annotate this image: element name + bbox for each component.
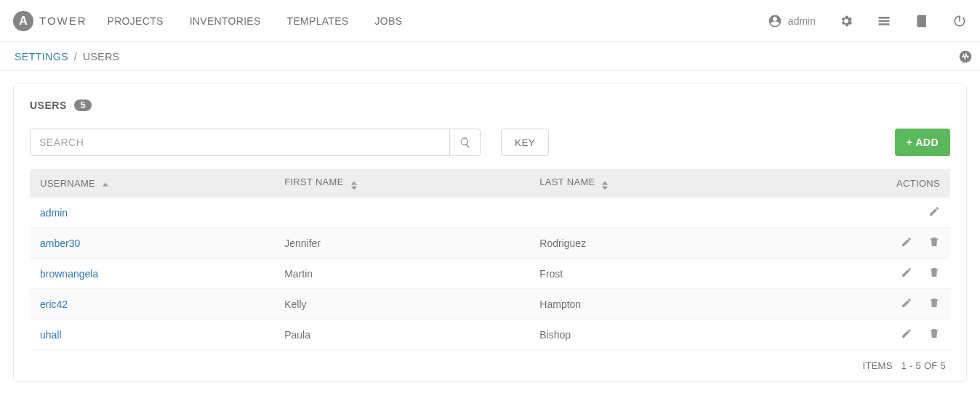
users-panel: USERS 5 KEY + ADD USERNAME FIRST NAME bbox=[13, 83, 967, 382]
col-actions: ACTIONS bbox=[774, 169, 950, 198]
search-icon bbox=[459, 137, 471, 148]
row-actions bbox=[784, 297, 940, 311]
users-table: USERNAME FIRST NAME LAST NAME bbox=[30, 169, 950, 350]
cell-first-name bbox=[274, 198, 529, 228]
search-button[interactable] bbox=[450, 129, 481, 156]
brand-name: TOWER bbox=[39, 15, 87, 27]
topbar-right: admin bbox=[768, 14, 967, 28]
username-link[interactable]: eric42 bbox=[40, 298, 68, 310]
table-row: brownangelaMartinFrost bbox=[30, 259, 950, 289]
nav-jobs[interactable]: JOBS bbox=[375, 15, 403, 27]
cell-last-name: Hampton bbox=[529, 289, 774, 320]
table-header-row: USERNAME FIRST NAME LAST NAME bbox=[30, 169, 950, 198]
col-last-name[interactable]: LAST NAME bbox=[529, 169, 774, 198]
cell-first-name: Jennifer bbox=[274, 228, 529, 259]
username-link[interactable]: admin bbox=[40, 207, 68, 219]
main-nav: PROJECTS INVENTORIES TEMPLATES JOBS bbox=[108, 15, 403, 27]
cell-last-name: Rodriguez bbox=[529, 228, 774, 259]
username-link[interactable]: amber30 bbox=[40, 237, 80, 249]
delete-button[interactable] bbox=[928, 328, 940, 341]
search-group bbox=[30, 129, 481, 156]
cell-first-name: Paula bbox=[274, 320, 529, 350]
book-icon bbox=[915, 14, 929, 28]
table-row: amber30JenniferRodriguez bbox=[30, 228, 950, 259]
edit-button[interactable] bbox=[901, 236, 912, 250]
logout-button[interactable] bbox=[952, 14, 967, 28]
nav-templates[interactable]: TEMPLATES bbox=[287, 15, 349, 27]
sort-asc-icon bbox=[103, 182, 108, 187]
edit-button[interactable] bbox=[928, 206, 940, 219]
table-row: eric42KellyHampton bbox=[30, 289, 950, 320]
delete-button[interactable] bbox=[928, 236, 940, 250]
username-link[interactable]: uhall bbox=[40, 329, 62, 341]
nav-inventories[interactable]: INVENTORIES bbox=[190, 15, 261, 27]
key-button[interactable]: KEY bbox=[501, 129, 549, 156]
brand-logo-icon: A bbox=[13, 11, 33, 31]
cell-last-name bbox=[529, 198, 774, 228]
settings-button[interactable] bbox=[839, 14, 854, 28]
activity-stream-button[interactable] bbox=[958, 49, 973, 64]
edit-button[interactable] bbox=[901, 297, 912, 311]
panel-count-badge: 5 bbox=[74, 99, 92, 111]
username-link[interactable]: brownangela bbox=[40, 268, 98, 280]
edit-button[interactable] bbox=[901, 267, 912, 280]
col-username[interactable]: USERNAME bbox=[30, 169, 274, 198]
sort-icon bbox=[602, 181, 608, 190]
user-icon bbox=[768, 14, 782, 28]
table-row: admin bbox=[30, 198, 950, 228]
row-actions bbox=[784, 236, 940, 250]
sort-icon bbox=[351, 181, 357, 190]
pager-range: 1 - 5 OF 5 bbox=[901, 360, 946, 371]
pager: ITEMS 1 - 5 OF 5 bbox=[30, 350, 950, 371]
delete-button[interactable] bbox=[928, 297, 940, 311]
user-menu[interactable]: admin bbox=[768, 14, 816, 28]
pager-label: ITEMS bbox=[862, 360, 892, 371]
row-actions bbox=[784, 267, 940, 280]
bars-icon bbox=[877, 14, 891, 28]
search-input[interactable] bbox=[30, 129, 450, 156]
topbar: A TOWER PROJECTS INVENTORIES TEMPLATES J… bbox=[0, 0, 980, 42]
panel-title: USERS bbox=[30, 99, 67, 111]
cell-first-name: Martin bbox=[274, 259, 529, 289]
table-row: uhallPaulaBishop bbox=[30, 320, 950, 350]
delete-button[interactable] bbox=[928, 267, 940, 280]
edit-button[interactable] bbox=[901, 328, 912, 341]
cell-last-name: Frost bbox=[529, 259, 774, 289]
breadcrumb-current: USERS bbox=[83, 51, 120, 62]
nav-projects[interactable]: PROJECTS bbox=[108, 15, 164, 27]
cell-last-name: Bishop bbox=[529, 320, 774, 350]
docs-button[interactable] bbox=[915, 14, 929, 28]
breadcrumb-parent[interactable]: SETTINGS bbox=[15, 51, 68, 62]
list-toolbar: KEY + ADD bbox=[30, 129, 950, 156]
breadcrumb-sep: / bbox=[74, 51, 77, 62]
brand[interactable]: A TOWER bbox=[13, 11, 87, 31]
gear-icon bbox=[839, 14, 854, 28]
row-actions bbox=[784, 206, 940, 219]
breadcrumb-bar: SETTINGS / USERS bbox=[0, 42, 980, 71]
portal-button[interactable] bbox=[877, 14, 891, 28]
add-button[interactable]: + ADD bbox=[895, 129, 950, 156]
col-first-name[interactable]: FIRST NAME bbox=[274, 169, 529, 198]
power-icon bbox=[952, 14, 967, 28]
row-actions bbox=[784, 328, 940, 341]
user-name: admin bbox=[788, 15, 816, 27]
panel-header: USERS 5 bbox=[30, 99, 950, 111]
cell-first-name: Kelly bbox=[274, 289, 529, 320]
